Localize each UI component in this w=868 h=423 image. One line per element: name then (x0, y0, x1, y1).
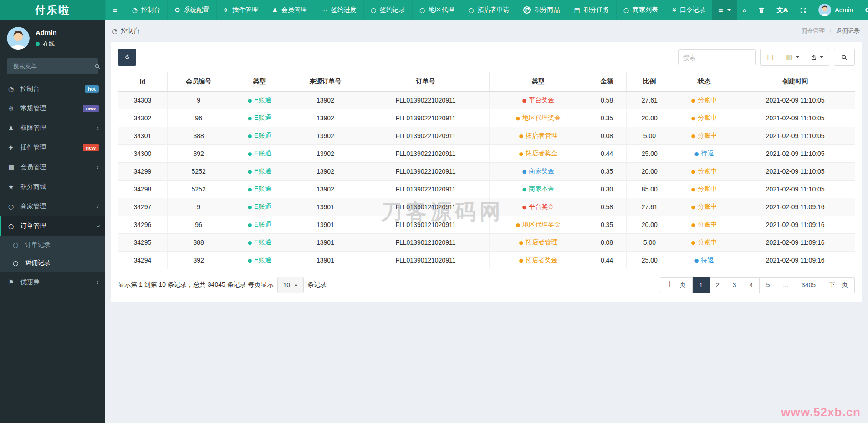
user-menu[interactable]: Admin (812, 0, 859, 20)
cell-reward: ●商家本金 (489, 181, 587, 198)
status-dot-icon: ● (691, 240, 696, 246)
sidebar-item-coupons-label: 优惠券 (20, 278, 40, 286)
page-3405[interactable]: 3405 (795, 277, 822, 293)
nav-shop-applications-label: 拓店者申请 (477, 6, 509, 14)
cell-ratio: 27.61 (626, 92, 673, 109)
page-next[interactable]: 下一页 (822, 277, 855, 293)
records-table: Id会员编号类型来源订单号订单号类型金额比例状态创建时间 343039●E账通1… (118, 72, 855, 269)
fullscreen-button[interactable] (794, 0, 812, 20)
page-1[interactable]: 1 (693, 277, 710, 293)
table-search-input[interactable] (678, 49, 756, 65)
menu-dropdown[interactable]: ≡ (712, 0, 737, 20)
page-4[interactable]: 4 (743, 277, 760, 293)
cell-reward: ●地区代理奖金 (489, 216, 587, 234)
page-3[interactable]: 3 (726, 277, 743, 293)
nav-points-goods[interactable]: P积分商品 (516, 0, 567, 20)
cell-created: 2021-02-09 11:10:05 (735, 109, 855, 127)
settings-button[interactable]: ⚙ (859, 0, 868, 20)
sidebar-item-dashboard[interactable]: ◔控制台hot (0, 79, 105, 98)
plane-icon: ✈ (8, 144, 20, 151)
users-icon: ♟ (8, 125, 20, 131)
app-logo[interactable]: 付乐啦 (0, 0, 105, 20)
cell-source: 13901 (289, 198, 362, 216)
detail-view-button[interactable]: ▤ (760, 49, 781, 66)
sidebar-item-rebate-records[interactable]: ○返佣记录 (0, 254, 105, 272)
sidebar-item-coupons[interactable]: ⚑优惠券‹ (0, 272, 105, 292)
cell-amount: 0.35 (587, 163, 627, 181)
nav-region-agent[interactable]: ○地区代理 (412, 0, 461, 20)
circle-icon: ○ (13, 260, 25, 266)
columns-button[interactable]: ▦ (781, 49, 805, 66)
cell-amount: 0.44 (587, 252, 627, 269)
p-circle-icon: P (523, 6, 531, 14)
nav-shop-applications[interactable]: ○拓店者申请 (461, 0, 516, 20)
nav-points-tasks[interactable]: ▤积分任务 (567, 0, 616, 20)
sidebar-toggle[interactable]: ≡ (105, 0, 125, 20)
language-button[interactable]: 文A (771, 0, 794, 20)
sidebar-search-input[interactable] (12, 62, 94, 70)
sidebar-item-merchants[interactable]: ○商家管理‹ (0, 196, 105, 216)
nav-plugins[interactable]: ✈插件管理 (216, 0, 265, 20)
cell-created: 2021-02-09 11:09:16 (735, 216, 855, 234)
cell-type: ●E账通 (230, 163, 289, 181)
label-text: 平台奖金 (529, 203, 554, 210)
cell-source: 13902 (289, 92, 362, 109)
page-size-value: 10 (283, 281, 291, 289)
page-prev[interactable]: 上一页 (660, 277, 693, 293)
nav-sign-progress[interactable]: ⋯签约进度 (314, 0, 363, 20)
sidebar-item-orders[interactable]: ○订单管理‹ (0, 216, 105, 236)
breadcrumb-parent[interactable]: 佣金管理 (801, 27, 825, 34)
search-button[interactable] (834, 49, 855, 66)
cell-ratio: 20.00 (626, 216, 673, 234)
cell-order: FLL01390121020911 (362, 252, 490, 269)
export-button[interactable] (805, 49, 829, 66)
cell-member: 392 (167, 252, 230, 269)
cell-member: 5252 (167, 181, 230, 198)
sidebar-item-permissions-label: 权限管理 (20, 124, 46, 132)
sidebar-item-order-records[interactable]: ○订单记录 (0, 236, 105, 254)
cell-type: ●E账通 (230, 252, 289, 269)
page-2[interactable]: 2 (710, 277, 726, 293)
nav-sign-records-label: 签约记录 (380, 6, 405, 14)
search-icon[interactable] (94, 63, 101, 70)
sidebar-item-permissions[interactable]: ♟权限管理‹ (0, 118, 105, 138)
label-text: 分账中 (698, 238, 717, 246)
page-size-select[interactable]: 10 (277, 277, 304, 293)
column-header: 来源订单号 (289, 72, 362, 92)
cell-id: 34295 (118, 234, 167, 252)
sidebar-item-members[interactable]: ▤会员管理‹ (0, 157, 105, 177)
nav-system-config[interactable]: ⚙系统配置 (167, 0, 216, 20)
page-ellipsis[interactable]: ... (776, 277, 795, 293)
status-dot-icon: ● (248, 222, 252, 228)
clear-cache-button[interactable] (752, 0, 771, 20)
page-5[interactable]: 5 (760, 277, 776, 293)
nav-points-goods-label: 积分商品 (534, 6, 560, 14)
nav-sign-records[interactable]: ○签约记录 (363, 0, 412, 20)
cell-status: ●分账中 (673, 163, 735, 181)
sidebar-item-general[interactable]: ⚙常规管理new (0, 98, 105, 118)
table-row: 34295388●E账通13901FLL01390121020911●拓店者管理… (118, 234, 855, 252)
nav-members[interactable]: ♟会员管理 (265, 0, 314, 20)
label-text: E账通 (254, 203, 271, 210)
cell-type: ●E账通 (230, 127, 289, 145)
nav-plugins-label: 插件管理 (232, 6, 258, 14)
nav-password-records[interactable]: ¥口令记录 (665, 0, 712, 20)
refresh-button[interactable] (118, 49, 136, 66)
sidebar-item-points-mall[interactable]: ★积分商城 (0, 177, 105, 196)
trash-icon (758, 7, 765, 14)
sidebar-item-plugins[interactable]: ✈插件管理new (0, 138, 105, 157)
star-icon: ★ (8, 184, 20, 190)
nav-merchant-list[interactable]: ○商家列表 (616, 0, 665, 20)
chevron-left-icon: ‹ (97, 124, 99, 132)
home-button[interactable]: ⌂ (737, 0, 753, 20)
status-dot-icon: ● (248, 115, 252, 121)
avatar (818, 4, 831, 16)
avatar (7, 27, 30, 50)
label-text: 分账中 (698, 167, 717, 175)
status-dot-icon: ● (519, 133, 524, 139)
label-text: E账通 (254, 185, 271, 192)
cell-created: 2021-02-09 11:10:05 (735, 92, 855, 109)
cell-created: 2021-02-09 11:10:05 (735, 127, 855, 145)
nav-dashboard[interactable]: ◔控制台 (125, 0, 167, 20)
sidebar-item-dashboard-badge: hot (85, 85, 99, 93)
